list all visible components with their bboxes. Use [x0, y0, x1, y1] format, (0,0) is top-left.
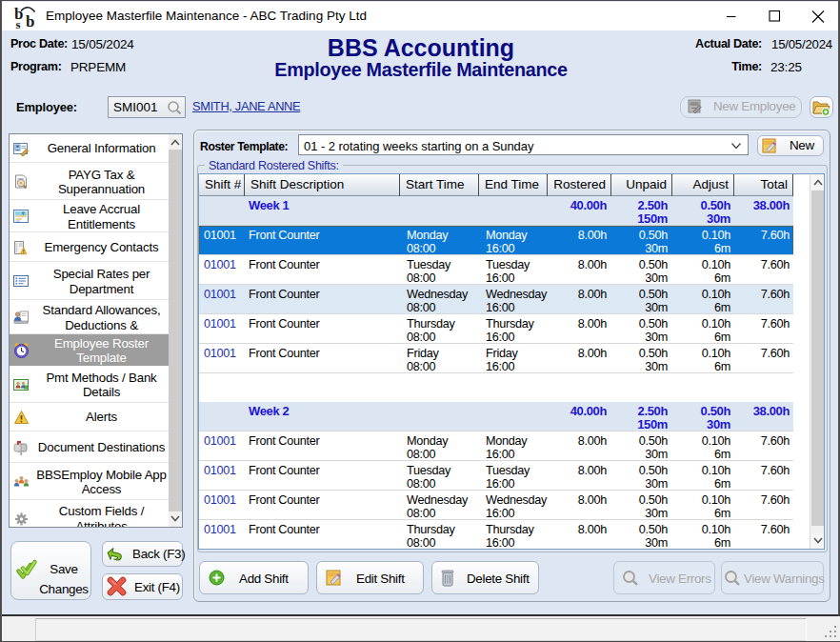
svg-text:s: s: [16, 17, 21, 30]
svg-text:b: b: [26, 12, 34, 30]
